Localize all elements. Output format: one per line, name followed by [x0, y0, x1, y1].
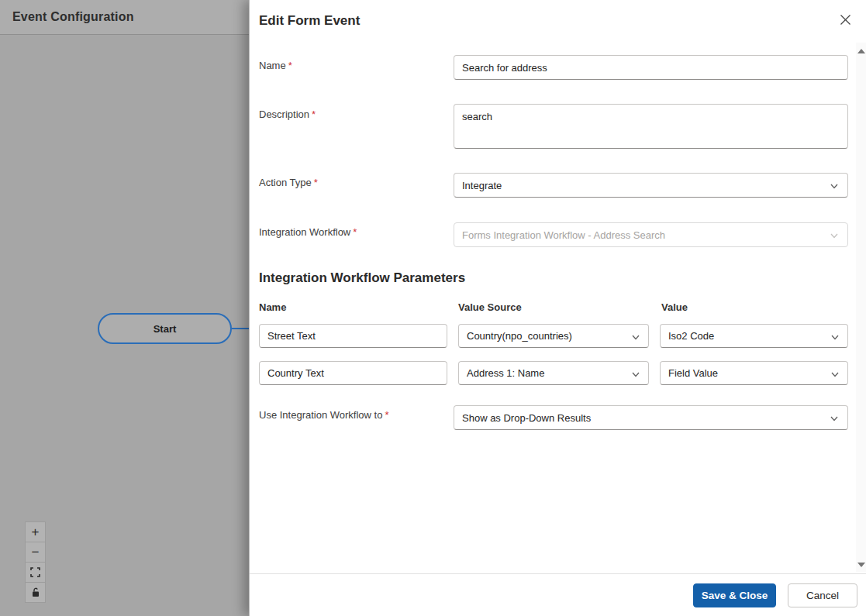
param-value-dropdown[interactable]: Iso2 Code [660, 324, 848, 348]
use-integration-workflow-dropdown[interactable]: Show as Drop-Down Results [454, 405, 848, 430]
dialog-title: Edit Form Event [259, 13, 360, 29]
start-node-label: Start [154, 323, 177, 335]
required-marker: * [312, 108, 316, 120]
event-configuration-panel: Event Configuration Start + − [0, 0, 249, 616]
dialog-footer: Save & Close Cancel [250, 573, 866, 616]
chevron-down-icon [829, 181, 840, 194]
chevron-down-icon [830, 369, 840, 382]
edit-form-event-dialog: Edit Form Event Name* Description* Actio… [249, 0, 866, 616]
required-marker: * [288, 60, 292, 71]
chevron-down-icon [829, 230, 840, 243]
start-node[interactable]: Start [98, 313, 232, 344]
chevron-down-icon [830, 332, 840, 345]
workflow-canvas[interactable]: Start + − [0, 36, 249, 616]
param-name-input[interactable] [259, 324, 447, 348]
required-marker: * [314, 177, 318, 188]
scroll-up-icon[interactable] [857, 49, 865, 53]
app-window: Event Configuration Start + − [0, 0, 866, 616]
zoom-in-button[interactable]: + [25, 521, 46, 542]
name-label: Name* [259, 60, 292, 71]
column-header-name: Name [259, 301, 286, 313]
chevron-down-icon [630, 332, 641, 345]
fit-screen-icon [30, 567, 40, 577]
param-name-input[interactable] [259, 361, 447, 385]
dialog-scrollbar[interactable] [856, 43, 866, 572]
action-type-label: Action Type* [259, 177, 318, 188]
zoom-out-button[interactable]: − [25, 542, 46, 563]
integration-workflow-label: Integration Workflow* [259, 226, 357, 238]
column-header-value-source: Value Source [458, 301, 522, 313]
chevron-down-icon [630, 369, 641, 382]
cancel-button[interactable]: Cancel [788, 583, 857, 607]
required-marker: * [353, 226, 357, 238]
close-button[interactable] [835, 11, 855, 31]
param-value-dropdown[interactable]: Field Value [660, 361, 848, 385]
action-type-dropdown[interactable]: Integrate [454, 173, 848, 198]
panel-title: Event Configuration [12, 10, 134, 24]
save-and-close-button[interactable]: Save & Close [693, 583, 776, 607]
minus-icon: − [32, 545, 40, 560]
use-integration-workflow-label: Use Integration Workflow to* [259, 409, 389, 421]
close-icon [840, 14, 851, 28]
name-input[interactable] [454, 55, 848, 80]
integration-workflow-dropdown: Forms Integration Workflow - Address Sea… [454, 222, 848, 247]
panel-header: Event Configuration [0, 0, 249, 35]
param-value-source-dropdown[interactable]: Country(npo_countries) [458, 324, 649, 348]
param-value-source-dropdown[interactable]: Address 1: Name [458, 361, 649, 385]
description-label: Description* [259, 108, 316, 120]
unlock-icon [31, 587, 40, 597]
lock-button[interactable] [25, 582, 46, 603]
column-header-value: Value [661, 301, 688, 313]
plus-icon: + [32, 525, 40, 540]
description-textarea[interactable] [454, 104, 848, 149]
zoom-toolbar: + − [25, 522, 46, 603]
chevron-down-icon [829, 413, 840, 426]
required-marker: * [385, 409, 388, 421]
scroll-down-icon[interactable] [857, 563, 865, 567]
connector-line [232, 328, 249, 329]
parameters-heading: Integration Workflow Parameters [259, 270, 465, 286]
fit-screen-button[interactable] [25, 562, 46, 583]
